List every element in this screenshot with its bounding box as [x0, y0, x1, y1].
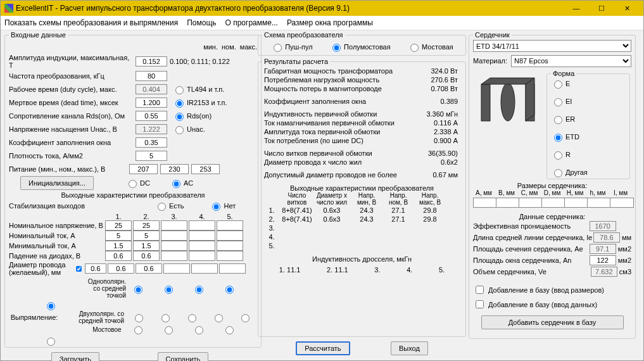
shape-etd[interactable] — [554, 134, 562, 142]
wdia-1[interactable] — [108, 263, 134, 274]
rect2-4[interactable] — [215, 314, 223, 322]
inom-1[interactable] — [105, 231, 132, 241]
dead-input[interactable] — [136, 98, 167, 108]
rdson-radio[interactable] — [175, 113, 184, 121]
maximize-button[interactable]: ☐ — [589, 2, 614, 15]
vnom-3[interactable] — [161, 220, 187, 231]
add-data-check[interactable] — [476, 300, 484, 308]
diode-4[interactable] — [189, 251, 215, 261]
wdia-2[interactable] — [136, 263, 162, 274]
rect1-1[interactable] — [134, 286, 142, 294]
rect3-1[interactable] — [134, 326, 142, 334]
rect2-3[interactable] — [188, 314, 196, 322]
imin-5[interactable] — [217, 241, 243, 251]
add-core-button[interactable]: Добавить сердечник в базу — [481, 315, 624, 329]
freq-input[interactable] — [136, 71, 167, 81]
vnom-5[interactable] — [217, 220, 243, 231]
dim-d[interactable] — [541, 198, 565, 208]
ampl-input[interactable] — [136, 56, 167, 66]
shape-r[interactable] — [554, 151, 562, 160]
imin-1[interactable] — [105, 241, 132, 251]
dim-a[interactable] — [473, 198, 497, 208]
shape-ei[interactable] — [554, 98, 562, 106]
jdens-input[interactable] — [136, 151, 167, 161]
inom-3[interactable] — [161, 231, 187, 241]
init-button[interactable]: Инициализация... — [20, 176, 94, 190]
minimize-button[interactable]: — — [564, 2, 589, 15]
material-select[interactable]: N87 Epcos — [511, 55, 631, 67]
core-group: Сердечник ETD 34/17/11 Материал:N87 Epco… — [469, 31, 636, 339]
dim-i[interactable] — [610, 198, 634, 208]
imin-3[interactable] — [161, 241, 187, 251]
diode-3[interactable] — [161, 251, 187, 261]
calculate-button[interactable]: Рассчитать — [296, 341, 350, 355]
save-button[interactable]: Сохранить — [158, 352, 209, 361]
wdia-3[interactable] — [163, 263, 190, 274]
diode-1[interactable] — [105, 251, 132, 261]
wdia-main[interactable] — [85, 263, 106, 274]
rect2-1[interactable] — [135, 314, 143, 322]
rect3-2[interactable] — [165, 326, 173, 334]
rect1-2[interactable] — [165, 286, 173, 294]
unac-radio[interactable] — [175, 126, 184, 134]
power-max[interactable] — [191, 164, 220, 174]
dim-b[interactable] — [496, 198, 520, 208]
dim-h1[interactable] — [564, 198, 588, 208]
rect3-3[interactable] — [195, 326, 203, 334]
diode-5[interactable] — [217, 251, 243, 261]
titlebar: ExcellentIT - Расчет импульсного трансфо… — [1, 1, 643, 16]
add-sizes-check[interactable] — [476, 286, 484, 294]
dim-c[interactable] — [519, 198, 543, 208]
rect1-5[interactable] — [47, 302, 55, 310]
power-nom[interactable] — [160, 164, 189, 174]
shape-other[interactable] — [554, 169, 562, 177]
rect2-2[interactable] — [161, 314, 170, 322]
core-select[interactable]: ETD 34/17/11 — [473, 40, 631, 52]
imin-4[interactable] — [189, 241, 215, 251]
dc-radio[interactable] — [129, 180, 137, 188]
stab-no[interactable] — [212, 203, 220, 211]
an-value[interactable] — [590, 255, 616, 265]
menu-about[interactable]: О программе... — [225, 18, 278, 27]
inom-4[interactable] — [189, 231, 215, 241]
menu-help[interactable]: Помощь — [187, 18, 216, 27]
exit-button[interactable]: Выход — [391, 341, 428, 355]
power-min[interactable] — [129, 164, 158, 174]
scheme-halfbridge[interactable] — [332, 44, 341, 52]
inom-5[interactable] — [217, 231, 243, 241]
dim-h2[interactable] — [587, 198, 611, 208]
imin-2[interactable] — [133, 241, 160, 251]
load-button[interactable]: Загрузить — [51, 352, 99, 361]
svg-marker-4 — [526, 78, 534, 121]
input-group: Входные данные мин. ном. макс. Амплитуда… — [4, 31, 262, 348]
shape-e[interactable] — [554, 80, 562, 89]
diode-2[interactable] — [133, 251, 160, 261]
vnom-2[interactable] — [133, 220, 160, 231]
wdia-check[interactable] — [76, 265, 82, 273]
scheme-fullbridge[interactable] — [410, 44, 419, 52]
scheme-pushpull[interactable] — [274, 44, 282, 52]
close-button[interactable]: ✕ — [614, 2, 640, 15]
vnom-4[interactable] — [189, 220, 215, 231]
rect1-3[interactable] — [195, 286, 203, 294]
stab-yes[interactable] — [158, 203, 166, 211]
kfill-input[interactable] — [136, 137, 167, 148]
wdia-5[interactable] — [219, 263, 246, 274]
rect3-4[interactable] — [225, 326, 234, 334]
rds-input[interactable] — [136, 111, 167, 121]
menu-schemes[interactable]: Показать схемы преобразования и выпрямле… — [4, 18, 178, 27]
svg-rect-0 — [481, 84, 490, 121]
menubar: Показать схемы преобразования и выпрямле… — [1, 16, 643, 30]
ac-radio[interactable] — [172, 180, 180, 188]
ir2153-radio[interactable] — [175, 99, 184, 108]
tl494-radio[interactable] — [175, 86, 184, 94]
rect3-5[interactable] — [47, 338, 55, 346]
rect2-5[interactable] — [241, 314, 249, 322]
vnom-1[interactable] — [105, 220, 132, 231]
shape-er[interactable] — [554, 116, 562, 124]
wdia-4[interactable] — [191, 263, 218, 274]
rect1-4[interactable] — [225, 286, 234, 294]
menu-windowsize[interactable]: Размер окна программы — [287, 18, 373, 27]
inom-2[interactable] — [133, 231, 160, 241]
ve-value — [591, 267, 617, 277]
